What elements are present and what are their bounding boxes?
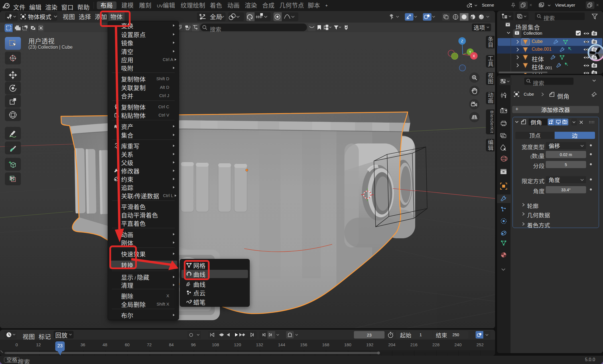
- svg-text:Y: Y: [469, 50, 471, 54]
- svg-text:Z: Z: [461, 39, 463, 43]
- svg-text:X: X: [473, 54, 475, 58]
